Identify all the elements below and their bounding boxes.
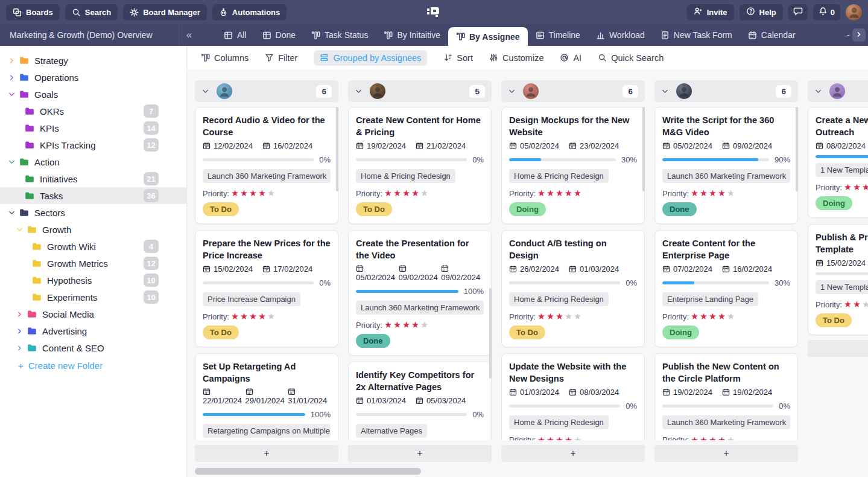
status-badge[interactable]: Done — [662, 202, 697, 216]
sidebar-item-operations[interactable]: Operations — [0, 69, 186, 86]
task-card[interactable]: Prepare the New Prices for the Price Inc… — [195, 230, 338, 347]
task-title: Prepare the New Prices for the Price Inc… — [203, 238, 331, 261]
column-scrollbar[interactable] — [489, 288, 492, 379]
status-badge[interactable]: Doing — [509, 202, 546, 216]
task-card[interactable]: Conduct A/B testing on Design26/02/20240… — [501, 230, 645, 347]
tab-label: Calendar — [761, 30, 796, 40]
task-card[interactable]: Create a New Outreach08/02/20241 New Tem… — [808, 107, 868, 218]
sidebar-item-sectors[interactable]: Sectors — [0, 204, 186, 221]
user-avatar[interactable] — [846, 4, 862, 21]
sidebar-item-kpis[interactable]: KPIs14 — [0, 120, 186, 136]
sidebar-item-label: Tasks — [40, 191, 63, 201]
toolbar-customize[interactable]: Customize — [489, 53, 544, 63]
chevron-right-icon[interactable] — [15, 327, 24, 336]
sidebar-item-tasks[interactable]: Tasks36 — [0, 187, 186, 204]
chevron-right-icon[interactable] — [7, 73, 16, 82]
task-card[interactable]: Publish the New Content on the Circle Pl… — [654, 353, 798, 440]
tab-all[interactable]: All — [216, 24, 255, 46]
notification-count: 0 — [831, 8, 835, 17]
chevron-down-icon[interactable] — [661, 88, 669, 95]
task-card[interactable]: Record Audio & Video for the Course12/02… — [195, 107, 338, 224]
tab-workload[interactable]: Workload — [588, 24, 653, 46]
sidebar-item-advertising[interactable]: Advertising — [0, 322, 186, 339]
tab-by-initaitive[interactable]: By Initaitive — [376, 24, 448, 46]
automations-button[interactable]: Automations — [212, 4, 287, 21]
status-badge[interactable]: To Do — [509, 325, 545, 339]
chevron-down-icon[interactable] — [355, 88, 363, 95]
sidebar-item-okrs[interactable]: OKRs7 — [0, 103, 186, 120]
notifications-button[interactable]: 0 — [813, 4, 840, 21]
task-card[interactable]: Update the Website with the New Designs0… — [501, 353, 645, 440]
add-task-button[interactable]: + — [654, 445, 798, 462]
tabs-scroll-right-button[interactable] — [852, 28, 866, 42]
task-card[interactable]: Create the Presentation for the Video05/… — [348, 230, 492, 356]
collapse-sidebar-button[interactable]: « — [179, 24, 199, 46]
add-task-button[interactable]: + — [348, 445, 492, 462]
sidebar-item-initiatives[interactable]: Initiatives21 — [0, 170, 186, 187]
tab-new-task-form[interactable]: New Task Form — [653, 24, 740, 46]
toolbar-sort[interactable]: Sort — [443, 53, 473, 63]
toolbar-ai[interactable]: AI — [560, 53, 581, 63]
status-badge[interactable]: Doing — [816, 196, 852, 210]
column-scrollbar[interactable] — [336, 107, 338, 191]
chevron-right-icon[interactable] — [15, 310, 24, 319]
sidebar-item-growth-wiki[interactable]: Growth Wiki4 — [0, 238, 186, 255]
toolbar-quick-search[interactable]: Quick Search — [598, 53, 664, 63]
sidebar-item-goals[interactable]: Goals — [0, 86, 186, 103]
task-card[interactable]: Design Mockups for the New Website05/02/… — [501, 107, 645, 224]
tab-calendar[interactable]: Calendar — [740, 24, 803, 46]
task-card[interactable]: Write the Script for the 360 M&G Video05… — [654, 107, 798, 224]
sidebar-item-hypothesis[interactable]: Hypothesis10 — [0, 272, 186, 289]
board-manager-button[interactable]: Board Manager — [123, 4, 207, 21]
sidebar-item-growth[interactable]: Growth — [0, 221, 186, 238]
chevron-down-icon[interactable] — [7, 158, 16, 167]
chevron-down-icon[interactable] — [7, 208, 16, 217]
task-card[interactable]: Set Up Retargeting Ad Campaigns22/01/202… — [195, 353, 338, 440]
help-button[interactable]: Help — [740, 4, 783, 21]
status-badge[interactable]: To Do — [203, 325, 239, 339]
column-scrollbar[interactable] — [642, 107, 645, 191]
sidebar-item-kpis-tracking[interactable]: KPIs Tracking12 — [0, 136, 186, 153]
status-badge[interactable]: Doing — [662, 325, 699, 339]
sidebar-item-growth-metrics[interactable]: Growth Metrics12 — [0, 255, 186, 272]
column-scrollbar[interactable] — [796, 107, 798, 191]
task-card[interactable]: Identify Key Competitors for 2x Alternat… — [348, 362, 492, 440]
toolbar-columns[interactable]: Columns — [201, 53, 249, 63]
sidebar-item-social-media[interactable]: Social Media — [0, 306, 186, 322]
progress-percent: 30% — [621, 155, 637, 164]
invite-button[interactable]: Invite — [687, 4, 734, 21]
add-task-button[interactable]: + — [501, 445, 645, 462]
task-card[interactable]: Publish & Pro Template15/02/20241 New Te… — [808, 224, 868, 335]
chevron-down-icon[interactable] — [7, 90, 16, 99]
add-task-button[interactable]: + — [808, 340, 868, 357]
chevron-right-icon[interactable] — [15, 344, 24, 353]
sidebar-item-content-seo[interactable]: Content & SEO — [0, 339, 186, 356]
boards-button[interactable]: Boards — [6, 4, 60, 21]
chevron-down-icon[interactable] — [508, 88, 516, 95]
chat-button[interactable] — [788, 4, 808, 21]
task-card[interactable]: Create Content for the Enterprise Page07… — [654, 230, 798, 347]
chevron-down-icon[interactable] — [15, 225, 24, 234]
create-new-folder-button[interactable]: + Create new Folder — [0, 356, 186, 374]
toolbar-grouped-by-assignees[interactable]: Grouped by Assignees — [314, 50, 427, 66]
task-card[interactable]: Create New Content for Home & Pricing19/… — [348, 107, 492, 224]
horizontal-scrollbar[interactable] — [195, 468, 421, 475]
chevron-down-icon[interactable] — [814, 88, 822, 95]
sidebar-item-strategy[interactable]: Strategy — [0, 52, 186, 69]
search-button[interactable]: Search — [65, 4, 118, 21]
chevron-down-icon[interactable] — [201, 88, 209, 95]
status-badge[interactable]: To Do — [816, 313, 852, 327]
sidebar-item-label: Operations — [34, 72, 78, 83]
toolbar-filter[interactable]: Filter — [265, 53, 297, 63]
tab-by-assignee[interactable]: By Assignee — [448, 27, 528, 46]
add-task-button[interactable]: + — [195, 445, 338, 462]
sidebar-item-action[interactable]: Action — [0, 153, 186, 170]
tab-task-status[interactable]: Task Status — [303, 24, 376, 46]
status-badge[interactable]: Done — [356, 334, 390, 348]
tab-timeline[interactable]: Timeline — [528, 24, 588, 46]
status-badge[interactable]: To Do — [203, 202, 239, 216]
status-badge[interactable]: To Do — [356, 202, 392, 216]
chevron-right-icon[interactable] — [7, 56, 16, 65]
tab-done[interactable]: Done — [255, 24, 303, 46]
sidebar-item-experiments[interactable]: Experiments10 — [0, 289, 186, 306]
